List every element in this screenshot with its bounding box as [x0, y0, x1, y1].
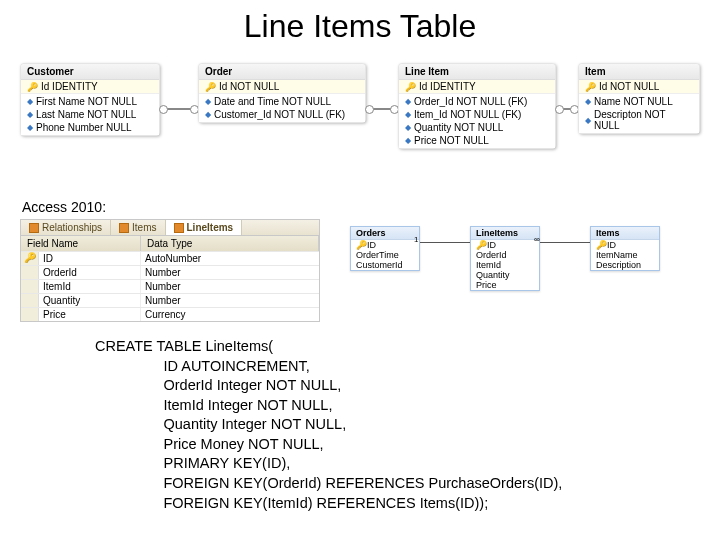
key-icon: 🔑 [596, 240, 607, 250]
access-relationships: Orders 🔑ID OrderTime CustomerId 1∞ LineI… [350, 224, 700, 324]
tab-items[interactable]: Items [111, 220, 165, 235]
erd-pk-row: 🔑Id NOT NULL [199, 80, 365, 94]
diamond-icon: ◆ [405, 110, 411, 119]
grid-row[interactable]: OrderIdNumber [21, 265, 319, 279]
key-icon: 🔑 [205, 82, 216, 92]
key-icon: 🔑 [585, 82, 596, 92]
erd-field: ◆First Name NOT NULL [21, 95, 159, 108]
erd-table-customer: Customer 🔑Id IDENTITY ◆First Name NOT NU… [20, 63, 160, 136]
erd-connector [160, 108, 198, 110]
erd-pk-row: 🔑Id NOT NULL [579, 80, 699, 94]
table-icon [174, 223, 184, 233]
erd-diagram: Customer 🔑Id IDENTITY ◆First Name NOT NU… [20, 53, 700, 193]
erd-field: ◆Descripton NOT NULL [579, 108, 699, 132]
tab-bar: Relationships Items LineItems [21, 220, 319, 236]
diamond-icon: ◆ [585, 97, 591, 106]
erd-table-lineitem: Line Item 🔑Id IDENTITY ◆Order_Id NOT NUL… [398, 63, 556, 149]
tab-relationships[interactable]: Relationships [21, 220, 111, 235]
access-table-designer: Relationships Items LineItems Field Name… [20, 219, 320, 322]
diamond-icon: ◆ [27, 110, 33, 119]
page-title: Line Items Table [0, 8, 720, 45]
col-fieldname: Field Name [21, 236, 141, 251]
erd-field: ◆Customer_Id NOT NULL (FK) [199, 108, 365, 121]
key-icon: 🔑 [476, 240, 487, 250]
erd-header: Item [579, 64, 699, 80]
access-screenshot: Relationships Items LineItems Field Name… [20, 219, 700, 329]
erd-field: ◆Date and Time NOT NULL [199, 95, 365, 108]
erd-field: ◆Quantity NOT NULL [399, 121, 555, 134]
erd-field: ◆Phone Number NULL [21, 121, 159, 134]
erd-field: ◆Name NOT NULL [579, 95, 699, 108]
erd-field: ◆Order_Id NOT NULL (FK) [399, 95, 555, 108]
erd-connector [366, 108, 398, 110]
rel-orders[interactable]: Orders 🔑ID OrderTime CustomerId [350, 226, 420, 271]
grid-header: Field Name Data Type [21, 236, 319, 251]
rel-lineitems[interactable]: LineItems 🔑ID OrderId ItemId Quantity Pr… [470, 226, 540, 291]
sql-block: CREATE TABLE LineItems( ID AUTOINCREMENT… [95, 337, 720, 513]
erd-connector [556, 108, 578, 110]
grid-row[interactable]: QuantityNumber [21, 293, 319, 307]
table-icon [29, 223, 39, 233]
erd-field: ◆Item_Id NOT NULL (FK) [399, 108, 555, 121]
erd-header: Order [199, 64, 365, 80]
grid-row[interactable]: ItemIdNumber [21, 279, 319, 293]
erd-header: Line Item [399, 64, 555, 80]
diamond-icon: ◆ [205, 97, 211, 106]
diamond-icon: ◆ [405, 123, 411, 132]
erd-table-item: Item 🔑Id NOT NULL ◆Name NOT NULL ◆Descri… [578, 63, 700, 134]
erd-field: ◆Last Name NOT NULL [21, 108, 159, 121]
table-icon [119, 223, 129, 233]
col-datatype: Data Type [141, 236, 319, 251]
key-icon: 🔑 [405, 82, 416, 92]
diamond-icon: ◆ [27, 123, 33, 132]
access-label: Access 2010: [22, 199, 720, 215]
diamond-icon: ◆ [405, 97, 411, 106]
erd-field: ◆Price NOT NULL [399, 134, 555, 147]
diamond-icon: ◆ [585, 116, 591, 125]
erd-pk-row: 🔑Id IDENTITY [399, 80, 555, 94]
erd-pk-row: 🔑Id IDENTITY [21, 80, 159, 94]
key-icon: 🔑 [356, 240, 367, 250]
key-icon: 🔑 [21, 252, 39, 265]
rel-connector: 1∞ [420, 242, 470, 243]
key-icon: 🔑 [27, 82, 38, 92]
tab-lineitems[interactable]: LineItems [166, 220, 243, 235]
erd-table-order: Order 🔑Id NOT NULL ◆Date and Time NOT NU… [198, 63, 366, 123]
rel-connector: ∞1 [540, 242, 590, 243]
diamond-icon: ◆ [27, 97, 33, 106]
grid-row[interactable]: PriceCurrency [21, 307, 319, 321]
diamond-icon: ◆ [205, 110, 211, 119]
grid-row[interactable]: 🔑IDAutoNumber [21, 251, 319, 265]
erd-header: Customer [21, 64, 159, 80]
diamond-icon: ◆ [405, 136, 411, 145]
rel-items[interactable]: Items 🔑ID ItemName Description [590, 226, 660, 271]
